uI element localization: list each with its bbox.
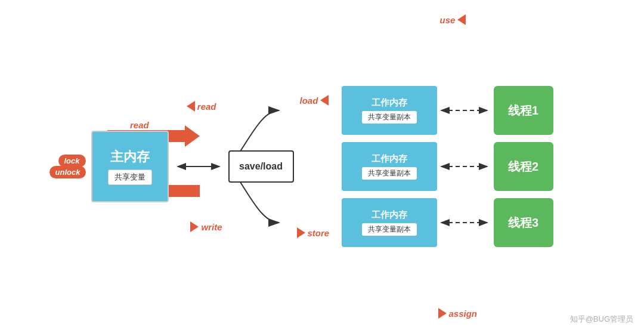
- dashed-arrow-2: [438, 142, 492, 191]
- work-mem-2: 工作内存 共享变量副本: [342, 142, 437, 191]
- work-mem-sub-2: 共享变量副本: [362, 167, 417, 180]
- thread-1: 线程1: [494, 86, 553, 135]
- main-layout: lock unlock read write 主内存 共享变量: [0, 0, 644, 333]
- bidirectional-arrow: [175, 158, 222, 175]
- unlock-badge: unlock: [49, 166, 86, 178]
- thread-2: 线程2: [494, 142, 553, 191]
- dashed-arrow-3: [438, 198, 492, 247]
- load-label: load: [300, 95, 329, 106]
- lock-badge: lock: [58, 155, 86, 167]
- write-label: write: [190, 221, 222, 232]
- store-label: store: [297, 227, 330, 238]
- diagram-container: read lock: [0, 0, 644, 333]
- assign-label: assign: [438, 308, 478, 319]
- work-mem-sub-1: 共享变量副本: [362, 111, 417, 124]
- thread-column: 线程1 线程2 线程3: [494, 86, 553, 247]
- work-memory-column: 工作内存 共享变量副本 工作内存 共享变量副本 工作内存 共享变量副本: [342, 86, 437, 247]
- dashed-arrow-1: [438, 86, 492, 135]
- use-label: use: [440, 14, 466, 25]
- work-mem-3: 工作内存 共享变量副本: [342, 198, 437, 247]
- read-label: read: [187, 101, 216, 112]
- thread-3: 线程3: [494, 198, 553, 247]
- work-mem-1: 工作内存 共享变量副本: [342, 86, 437, 135]
- main-memory-box: 主内存 共享变量: [91, 131, 169, 202]
- save-load-box: save/load: [228, 150, 294, 183]
- shared-var-box: 共享变量: [108, 169, 152, 185]
- main-memory-label: 主内存: [110, 148, 150, 166]
- work-mem-sub-3: 共享变量副本: [362, 223, 417, 236]
- watermark: 知乎@BUG管理员: [570, 314, 633, 325]
